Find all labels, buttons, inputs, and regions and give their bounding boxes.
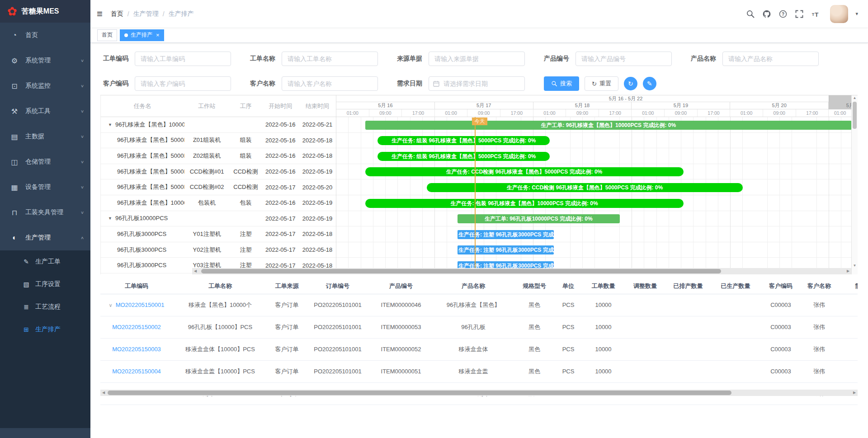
scrollbar-thumb[interactable]	[108, 391, 731, 395]
refresh-gantt-button[interactable]: ↻	[624, 77, 637, 90]
search-button[interactable]: 搜索	[544, 76, 579, 91]
sidebar-item-9[interactable]: ◐生产管理∧	[0, 225, 90, 250]
breadcrumb-item-2[interactable]: 生产管理	[133, 10, 159, 18]
user-avatar[interactable]	[830, 5, 848, 23]
sidebar-item-5[interactable]: ▤主数据∨	[0, 124, 90, 149]
gantt-task-row[interactable]: 96孔移液盒【黑色】5000PCSCCD检测#02CCD检测2022-05-17…	[101, 179, 336, 195]
gantt-task-row[interactable]: 96孔移液盒【黑色】10000PCS包装机包装2022-05-162022-05…	[101, 195, 336, 211]
schedule-icon: ⊞	[22, 326, 31, 333]
edit-button[interactable]: ✎	[643, 77, 656, 90]
order-code-link[interactable]: MO202205150003	[112, 346, 161, 353]
unit-cell: PCS	[555, 316, 582, 338]
start-cell: 2022-05-17	[262, 184, 299, 191]
start-cell: 2022-05-16	[262, 168, 299, 175]
unit-cell: PCS	[555, 294, 582, 316]
gantt-task-bar[interactable]: 生产任务: 组装 96孔移液盒【黑色】5000PCS 完成比例: 0%	[377, 152, 550, 161]
input-wrapper	[429, 76, 525, 91]
app-logo[interactable]: ✿ 苦糖果MES	[0, 0, 90, 23]
gantt-task-bar[interactable]: 生产任务: CCD检测 96孔移液盒【黑色】5000PCS 完成比例: 0%	[427, 183, 743, 192]
gantt-task-bar[interactable]: 生产任务: 注塑 96孔孔板3000PCS 完成比例: 0%	[458, 261, 554, 268]
sidebar-item-6[interactable]: ◫仓储管理∨	[0, 149, 90, 174]
order-code-link[interactable]: MO202205150004	[112, 368, 161, 375]
filter-input-1[interactable]	[282, 76, 378, 91]
sidebar-item-3[interactable]: ⊡系统监控∨	[0, 73, 90, 99]
filter-input-3[interactable]	[576, 52, 672, 66]
gantt-task-bar[interactable]: 生产任务: 注塑 96孔孔板3000PCS 完成比例: 0%	[458, 245, 554, 254]
tab-production-schedule[interactable]: 生产排产×	[120, 29, 164, 41]
filter-field-来源单据: 来源单据	[397, 52, 525, 66]
customer_code-cell: C00003	[760, 294, 801, 316]
demand-date-input[interactable]	[429, 76, 525, 91]
order-code-link[interactable]: MO202205150002	[112, 324, 161, 330]
filter-input-2[interactable]	[429, 52, 525, 66]
sidebar-item-label: 生产管理	[25, 234, 51, 242]
submenu-item-1[interactable]: ✎生产工单	[0, 250, 90, 273]
filter-label: 工单名称	[250, 55, 275, 63]
gantt-task-bar[interactable]: 生产任务: CCD检测 96孔移液盒【黑色】5000PCS 完成比例: 0%	[365, 167, 684, 176]
gantt-vertical-scrollbar[interactable]: ▲ ▼	[851, 95, 858, 274]
scroll-left-icon[interactable]: ◀	[192, 268, 198, 274]
gantt-task-bar[interactable]: 生产任务: 注塑 96孔孔板3000PCS 完成比例: 0%	[458, 230, 554, 239]
gantt-hour-label: 09:00	[566, 109, 599, 117]
submenu-item-4[interactable]: ⊞生产排产	[0, 318, 90, 341]
filter-input-0[interactable]	[135, 52, 231, 66]
sidebar-item-1[interactable]: ◔首页	[0, 23, 90, 48]
gantt-order-bar[interactable]: 生产工单: 96孔孔板10000PCS 完成比例: 0%	[458, 214, 620, 223]
reset-button[interactable]: ↻重置	[585, 76, 618, 91]
gantt-task-row[interactable]: 96孔孔板3000PCSY01注塑机注塑2022-05-172022-05-18	[101, 226, 336, 242]
triangle-down-icon[interactable]: ▼	[108, 216, 112, 221]
scrollbar-thumb[interactable]	[853, 102, 857, 129]
gantt-task-row[interactable]: 96孔孔板3000PCSY02注塑机注塑2022-05-172022-05-18	[101, 242, 336, 258]
gantt-task-bar[interactable]: 生产任务: 包装 96孔移液盒【黑色】10000PCS 完成比例: 0%	[365, 199, 684, 208]
gantt-horizontal-scrollbar[interactable]: ◀ ▶	[192, 268, 851, 274]
github-icon[interactable]	[762, 9, 771, 19]
top-navbar: ≡ 首页/生产管理/生产排产 ?TT▾	[90, 0, 868, 28]
submenu-item-3[interactable]: ≣工艺流程	[0, 296, 90, 318]
gantt-task-row[interactable]: 96孔移液盒【黑色】5000PCSZ02组装机组装2022-05-162022-…	[101, 148, 336, 164]
qty-cell: 10000	[582, 360, 625, 382]
gantt-task-row[interactable]: ▼96孔移液盒【黑色】10000PCS2022-05-162022-05-21	[101, 117, 336, 133]
scroll-right-icon[interactable]: ▶	[851, 390, 858, 396]
input-wrapper	[282, 76, 378, 91]
gantt-task-row[interactable]: ▼96孔孔板10000PCS2022-05-172022-05-19	[101, 211, 336, 227]
expand-chevron-icon[interactable]: ∨	[109, 302, 113, 308]
gantt-week-row: 5月 16 - 5月 22	[336, 95, 851, 102]
close-icon[interactable]: ×	[156, 32, 160, 38]
filter-input-0[interactable]	[135, 76, 231, 91]
sidebar-item-4[interactable]: ⚒系统工具∨	[0, 99, 90, 124]
gantt-task-bar[interactable]: 生产任务: 组装 96孔移液盒【黑色】5000PCS 完成比例: 0%	[377, 136, 550, 145]
fullscreen-icon[interactable]	[795, 9, 804, 19]
scroll-right-icon[interactable]: ▶	[845, 268, 851, 274]
caret-down-icon[interactable]: ▾	[855, 11, 858, 17]
triangle-down-icon[interactable]: ▼	[108, 122, 112, 127]
breadcrumb-item-3[interactable]: 生产排产	[169, 10, 194, 18]
scroll-left-icon[interactable]: ◀	[100, 390, 107, 396]
app-title: 苦糖果MES	[22, 7, 59, 16]
table-horizontal-scrollbar[interactable]: ◀ ▶	[100, 390, 858, 396]
gantt-task-row[interactable]: 96孔移液盒【黑色】5000PCSZ01组装机组装2022-05-162022-…	[101, 133, 336, 149]
submenu-item-2[interactable]: ▧工序设置	[0, 273, 90, 296]
tab-home[interactable]: 首页	[97, 29, 117, 41]
sidebar-item-2[interactable]: ⚙系统管理∨	[0, 48, 90, 73]
gantt-order-bar[interactable]: 生产工单: 96孔移液盒【黑色】10000PCS 完成比例: 0%	[365, 121, 851, 130]
question-icon[interactable]: ?	[778, 9, 788, 19]
filter-input-4[interactable]	[722, 52, 819, 66]
scrollbar-thumb[interactable]	[201, 269, 721, 273]
sidebar-collapse-icon[interactable]: ≡	[97, 9, 103, 19]
product_name-cell: 96孔移液盒【黑色】	[433, 294, 514, 316]
filter-input-1[interactable]	[282, 52, 378, 66]
scroll-down-icon[interactable]: ▼	[852, 264, 858, 268]
sidebar-item-7[interactable]: ▦设备管理∨	[0, 174, 90, 200]
order-code-link[interactable]: MO202205150001	[116, 301, 165, 308]
gantt-column-1: 任务名	[101, 102, 184, 110]
gantt-hour-label: 01:00	[435, 109, 468, 117]
gantt-task-row[interactable]: 96孔移液盒【黑色】5000PCSCCD检测#01CCD检测2022-05-16…	[101, 164, 336, 180]
font-size-icon[interactable]: TT	[811, 9, 820, 19]
station-cell: Z01组装机	[184, 136, 230, 144]
tag-label: 首页	[102, 31, 113, 39]
gantt-day-label: 5月 18	[533, 102, 632, 109]
sidebar-item-8[interactable]: ⊓工装夹具管理∨	[0, 200, 90, 225]
search-icon[interactable]	[746, 9, 755, 19]
filter-label: 需求日期	[397, 80, 422, 88]
scroll-up-icon[interactable]: ▲	[852, 96, 858, 100]
